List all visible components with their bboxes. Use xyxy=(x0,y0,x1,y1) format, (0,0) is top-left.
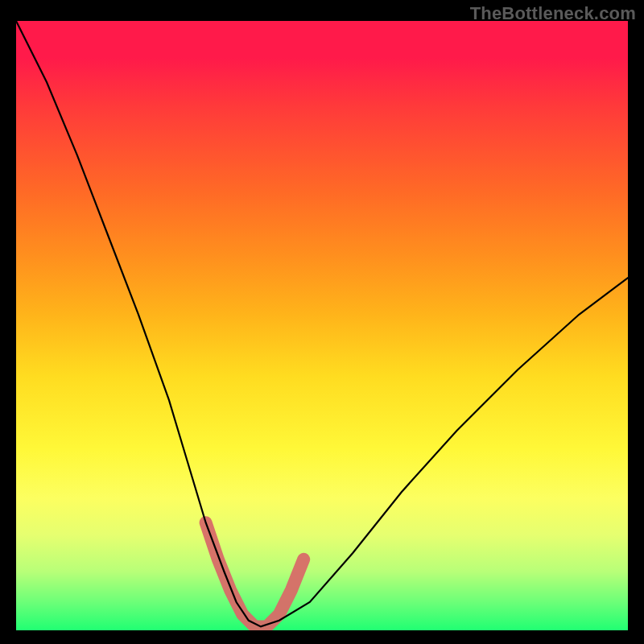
optimal-range-highlight xyxy=(206,522,304,626)
chart-stage: TheBottleneck.com xyxy=(0,0,644,644)
chart-svg xyxy=(16,21,628,633)
watermark-text: TheBottleneck.com xyxy=(470,3,636,24)
plot-area xyxy=(16,21,628,633)
bottleneck-curve xyxy=(16,21,628,626)
